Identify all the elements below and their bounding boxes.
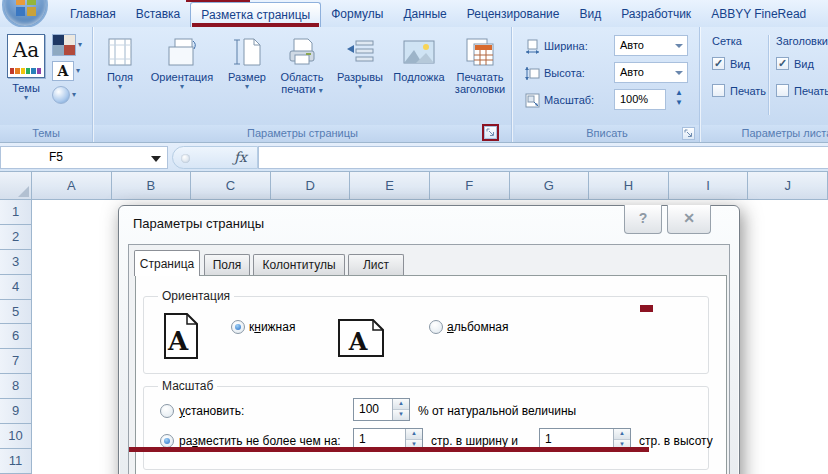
fx-icon: ƒx — [234, 149, 247, 165]
scale-spinner[interactable]: 100% — [614, 89, 666, 110]
tab-abbyy[interactable]: ABBYY FineRead — [701, 2, 816, 27]
dialog-tab-page: Ориентация A книжная A альбомная — [135, 275, 727, 474]
chevron-down-icon — [675, 44, 683, 48]
fit-dialog-launcher[interactable] — [682, 127, 695, 140]
portrait-label[interactable]: книжная — [249, 320, 295, 334]
spin-up-icon: ▲ — [614, 429, 630, 440]
orientation-button[interactable]: Ориентация ▾ — [142, 27, 222, 95]
dialog-close-button[interactable]: ✕ — [667, 205, 711, 234]
themes-button[interactable]: Aa Темы ▾ — [4, 28, 48, 102]
office-button[interactable] — [2, 0, 48, 28]
dialog-tab-stranica[interactable]: Страница — [134, 250, 200, 276]
headings-print-checkbox[interactable]: Печать — [776, 84, 828, 97]
annotation-launcher-highlight — [482, 124, 499, 141]
dialog-tab-polya[interactable]: Поля — [204, 254, 250, 276]
background-icon — [402, 33, 436, 71]
page-setup-dialog: Параметры страницы ? ✕ Страница Поля Кол… — [118, 205, 740, 474]
tab-razrabotchik[interactable]: Разработчик — [611, 2, 701, 27]
name-box-value: F5 — [49, 150, 63, 164]
column-header[interactable]: G — [510, 172, 590, 200]
landscape-radio[interactable] — [429, 320, 443, 334]
tab-vstavka[interactable]: Вставка — [126, 2, 191, 27]
width-combo[interactable]: Авто — [614, 35, 688, 56]
tab-dannye[interactable]: Данные — [393, 2, 456, 27]
row-header[interactable]: 1 — [0, 200, 32, 225]
row-header[interactable]: 4 — [0, 275, 32, 300]
tab-formuly[interactable]: Формулы — [321, 2, 393, 27]
name-box-dropdown-icon[interactable] — [151, 156, 161, 162]
column-header[interactable]: B — [112, 172, 192, 200]
dialog-help-button[interactable]: ? — [624, 205, 662, 234]
height-combo[interactable]: Авто — [614, 62, 688, 83]
portrait-page-icon: A — [163, 312, 199, 360]
row-header[interactable]: 5 — [0, 300, 32, 325]
breaks-button[interactable]: Разрывы ▾ — [332, 27, 388, 95]
theme-effects-button[interactable]: ▾ — [52, 86, 76, 104]
tab-recenzirovanie[interactable]: Рецензирование — [457, 2, 570, 27]
dialog-tab-kolontituly[interactable]: Колонтитулы — [253, 254, 345, 276]
office-logo-square — [27, 0, 36, 5]
tab-vid[interactable]: Вид — [569, 2, 611, 27]
margins-button[interactable]: Поля ▾ — [98, 27, 142, 95]
adjust-percent-spinner[interactable]: 100 ▲▼ — [353, 398, 410, 421]
headings-view-checkbox[interactable]: ✓ Вид — [776, 57, 814, 70]
chevron-down-icon: ▾ — [118, 83, 122, 91]
insert-function-button[interactable]: ƒx — [172, 146, 258, 169]
select-all-triangle-icon — [18, 186, 29, 197]
formula-bar-dot-icon — [181, 154, 190, 163]
column-header[interactable]: C — [191, 172, 271, 200]
column-headers: A B C D E F G H I J — [0, 172, 828, 200]
adjust-suffix-label: % от натуральной величины — [418, 404, 576, 418]
gridlines-view-checkbox[interactable]: ✓ Вид — [712, 57, 750, 70]
formula-input[interactable] — [258, 146, 828, 169]
divider — [768, 35, 769, 115]
row-header[interactable]: 10 — [0, 424, 32, 449]
scale-legend: Масштаб — [158, 379, 217, 393]
chevron-down-icon: ▾ — [72, 91, 76, 99]
office-logo-square — [27, 7, 36, 16]
breaks-icon — [345, 33, 375, 71]
column-header[interactable]: I — [669, 172, 749, 200]
size-button[interactable]: Размер ▾ — [222, 27, 272, 95]
column-header[interactable]: H — [589, 172, 669, 200]
adjust-to-label[interactable]: установить: — [179, 404, 244, 418]
tab-razmetka-stranicy[interactable]: Разметка страницы — [190, 2, 321, 27]
row-header[interactable]: 9 — [0, 399, 32, 424]
scale-spin-buttons[interactable]: ▲▼ — [675, 89, 683, 107]
row-header[interactable]: 11 — [0, 449, 32, 474]
adjust-to-radio[interactable] — [160, 404, 174, 418]
page-setup-dialog-launcher[interactable] — [484, 126, 497, 139]
fit-to-label[interactable]: разместить не более чем на: — [179, 434, 341, 448]
column-header[interactable]: D — [271, 172, 351, 200]
fit-to-radio[interactable] — [160, 434, 174, 448]
svg-text:A: A — [167, 326, 189, 356]
spin-up-icon: ▲ — [393, 399, 409, 410]
chevron-down-icon: ▾ — [78, 41, 82, 49]
name-box[interactable]: F5 — [0, 146, 168, 169]
row-header[interactable]: 8 — [0, 374, 32, 399]
row-header[interactable]: 3 — [0, 250, 32, 275]
tab-glavnaya[interactable]: Главная — [60, 2, 126, 27]
print-area-button[interactable]: Область печати ▾ — [272, 27, 332, 95]
background-button[interactable]: Подложка — [388, 27, 450, 95]
landscape-label[interactable]: альбомная — [447, 320, 509, 334]
excel-window: Главная Вставка Разметка страницы Формул… — [0, 0, 828, 474]
column-header[interactable]: E — [350, 172, 430, 200]
dialog-tab-list[interactable]: Лист — [348, 254, 404, 276]
row-header[interactable]: 2 — [0, 225, 32, 250]
row-header[interactable]: 6 — [0, 324, 32, 349]
chevron-down-icon: ▾ — [245, 83, 249, 91]
gridlines-print-checkbox[interactable]: Печать — [712, 84, 766, 97]
landscape-page-icon: A — [337, 318, 385, 358]
orientation-icon — [165, 33, 199, 71]
theme-colors-button[interactable]: ▾ — [52, 34, 82, 56]
column-header[interactable]: J — [748, 172, 828, 200]
portrait-radio[interactable] — [231, 320, 245, 334]
row-header[interactable]: 7 — [0, 349, 32, 374]
chevron-down-icon: ▾ — [319, 86, 323, 95]
column-header[interactable]: F — [430, 172, 510, 200]
select-all-button[interactable] — [0, 172, 32, 200]
print-titles-button[interactable]: Печатать заголовки — [450, 27, 510, 95]
column-header[interactable]: A — [32, 172, 112, 200]
theme-fonts-button[interactable]: A ▾ — [52, 61, 80, 81]
